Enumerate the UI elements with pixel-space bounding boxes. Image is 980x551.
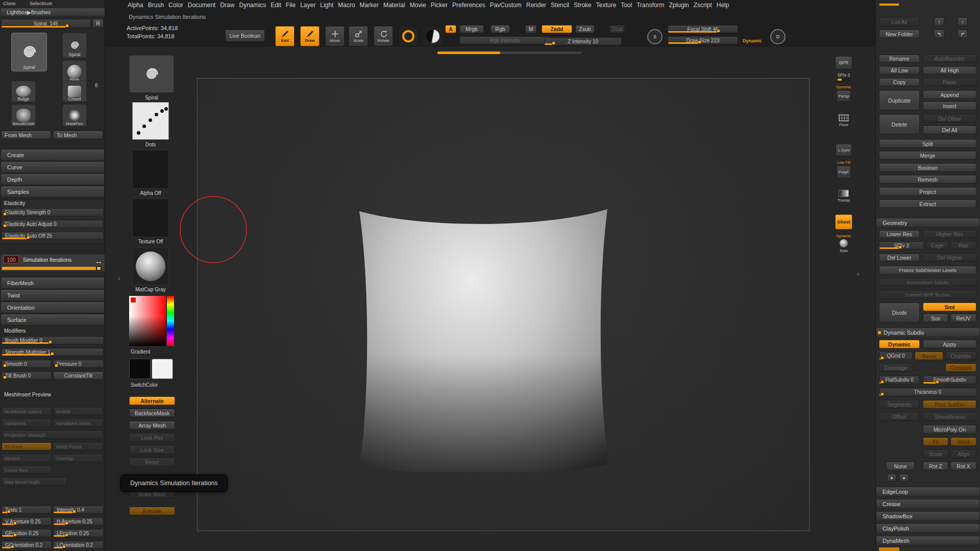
dynamic-subdiv-section-header[interactable]: Dynamic Subdiv	[876, 328, 980, 337]
section-twist[interactable]: Twist	[1, 289, 105, 301]
section-depth[interactable]: Depth	[1, 173, 105, 185]
trails-slider[interactable]: Trails 1	[2, 506, 52, 514]
pillow-mesh[interactable]	[354, 200, 612, 472]
color-picker[interactable]	[129, 296, 174, 346]
section-surface[interactable]: Surface	[1, 314, 105, 325]
backface-mask-button[interactable]: BackfaceMask	[129, 409, 175, 417]
rgb-button[interactable]: Rgb	[491, 25, 510, 33]
meshinsert-preview-header[interactable]: MeshInsert Preview	[4, 391, 51, 397]
menu-render[interactable]: Render	[526, 2, 546, 9]
stretch-button[interactable]: Stretch	[2, 454, 52, 462]
menu-texture[interactable]: Texture	[596, 2, 616, 9]
folder-in-icon[interactable]: ↰	[934, 30, 944, 38]
live-boolean-button[interactable]: Live Boolean	[225, 30, 265, 42]
qgrid-slider[interactable]: QGrid 0	[879, 352, 913, 360]
menu-pavcustom[interactable]: PavCustom	[490, 2, 522, 9]
persp-button[interactable]: Persp	[837, 90, 851, 102]
smooth-subdiv-slider[interactable]: SmoothSubdiv	[923, 375, 976, 384]
v-aperture-slider[interactable]: V Aperture 0.25	[2, 517, 52, 525]
section-edgeloop[interactable]: EdgeLoop	[876, 487, 980, 496]
mrgb-button[interactable]: Mrgb	[459, 25, 484, 33]
floor-button[interactable]: Floor	[837, 114, 851, 131]
menu-stencil[interactable]: Stencil	[551, 2, 569, 9]
constant-tilt-button[interactable]: ConstantTilt	[53, 371, 104, 380]
elasticity-header[interactable]: Elasticity	[4, 200, 25, 206]
bpr-button[interactable]: BPR	[835, 56, 852, 69]
pressure-slider[interactable]: Pressure 0	[53, 360, 104, 368]
strength-multiplier-slider[interactable]: Strength Multiplier 1	[2, 348, 104, 356]
smooth-slider[interactable]: Smooth 0	[2, 360, 52, 368]
chamfer-button[interactable]: Chamfer	[945, 352, 976, 360]
menu-macro[interactable]: Macro	[338, 2, 355, 9]
menu-file[interactable]: File	[286, 2, 296, 9]
section-dynamesh[interactable]: DynaMesh	[876, 536, 980, 545]
variations-button[interactable]: Variations	[2, 419, 52, 427]
brush-thumb-spiral-selected[interactable]: Spiral	[11, 33, 47, 71]
lock-size-button[interactable]: Lock Size	[129, 445, 175, 454]
transp-button[interactable]: Transp	[837, 190, 851, 206]
from-mesh-button[interactable]: From Mesh	[1, 131, 51, 139]
menu-layer[interactable]: Layer	[300, 2, 315, 9]
switch-color-label[interactable]: SwitchColor	[131, 382, 158, 388]
m-button[interactable]: M	[525, 25, 536, 33]
max-bend-angle-slider[interactable]: Max Bend Angle	[2, 478, 67, 486]
to-mesh-button[interactable]: To Mesh	[53, 131, 103, 139]
rename-button[interactable]: Rename	[879, 55, 920, 63]
delete-button[interactable]: Delete	[879, 114, 920, 134]
section-curve[interactable]: Curve	[1, 161, 105, 173]
s-dial[interactable]: S	[647, 29, 663, 44]
left-collapse-arrow[interactable]: ‹	[118, 274, 120, 282]
tilt-brush-slider[interactable]: Tilt Brush 0	[2, 371, 52, 380]
section-orientation[interactable]: Orientation	[1, 302, 105, 313]
texture-off-thumb[interactable]	[132, 198, 169, 237]
alternate-button[interactable]: Alternate	[129, 396, 175, 405]
lorientation-slider[interactable]: LOrientation 0.2	[53, 541, 104, 549]
rot-z-button[interactable]: Rot Z	[923, 462, 948, 470]
paste-button[interactable]: Paste	[923, 78, 976, 86]
tri-parts-button[interactable]: Tri Parts	[2, 442, 52, 450]
freeze-subdivision-button[interactable]: Freeze SubDivision Levels	[879, 266, 976, 274]
geometry-section-header[interactable]: Geometry	[876, 218, 980, 228]
menu-material[interactable]: Material	[383, 2, 405, 9]
menu-color[interactable]: Color	[168, 2, 183, 9]
ghost-button[interactable]: Ghost	[835, 214, 852, 230]
merge-button[interactable]: Merge	[879, 151, 976, 160]
fit-button[interactable]: Fit	[923, 437, 948, 446]
lightbox-brushes-bar[interactable]: Lightbox▶Brushes	[0, 8, 105, 17]
lposition-slider[interactable]: LPosition 0.25	[53, 529, 104, 537]
move-down-icon[interactable]: ↑	[958, 17, 968, 26]
micropoly-align-button[interactable]: Align	[950, 449, 976, 458]
focal-shift-slider[interactable]: Focal Shift 46	[668, 25, 738, 33]
main-color-swatch[interactable]	[129, 359, 151, 379]
brush-modifier-slider[interactable]: Brush Modifier 0	[2, 336, 104, 344]
zcut-button[interactable]: Zcut	[609, 25, 625, 33]
variations-selec-button[interactable]: Variations Selec	[53, 419, 104, 427]
micropoly-scale-button[interactable]: Scale	[923, 449, 948, 458]
spix-slider[interactable]	[838, 79, 850, 81]
brush-select-slider[interactable]: Spiral. 145	[1, 19, 91, 28]
extract-button[interactable]: Extract	[879, 199, 976, 208]
array-mesh-button[interactable]: Array Mesh	[129, 421, 175, 430]
menu-stroke[interactable]: Stroke	[574, 2, 592, 9]
section-shadowbox[interactable]: ShadowBox	[876, 511, 980, 521]
draw-size-slider[interactable]: Draw Size 223	[668, 36, 738, 44]
shelf-progress-track[interactable]	[437, 52, 581, 54]
lsym-button[interactable]: L.Sym	[836, 144, 852, 156]
right-collapse-arrow[interactable]: ›	[857, 270, 859, 278]
brush-thumb-chisel[interactable]: Chisel	[62, 81, 87, 102]
post-subdiv-button[interactable]: Post SubDiv	[923, 400, 976, 409]
cage-button[interactable]: Cage	[926, 241, 948, 249]
segments-slider[interactable]: Segments	[879, 400, 920, 409]
menu-marker[interactable]: Marker	[360, 2, 379, 9]
sv-square[interactable]	[129, 296, 166, 346]
micropoly-up2-icon[interactable]: ▲	[899, 474, 909, 482]
copy-button[interactable]: Copy	[879, 78, 920, 86]
gorientation-slider[interactable]: GOrientation 0.2	[2, 541, 52, 549]
lock-pos-button[interactable]: Lock Pos	[129, 433, 175, 442]
sdiv-slider[interactable]: SDiv 3	[879, 241, 924, 249]
menu-preferences[interactable]: Preferences	[452, 2, 485, 9]
menu-picker[interactable]: Picker	[431, 2, 448, 9]
menu-light[interactable]: Light	[320, 2, 333, 9]
polyf-button[interactable]: PolyF	[837, 166, 851, 178]
lower-res-button[interactable]: Lower Res	[879, 230, 920, 238]
